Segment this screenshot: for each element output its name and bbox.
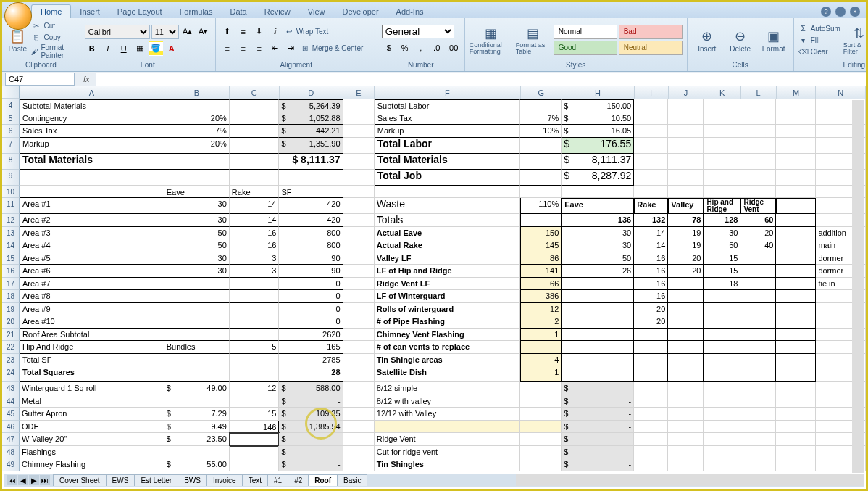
cell-B49[interactable]: $55.00 [164,458,230,471]
row-header[interactable]: 43 [2,382,20,395]
cell-J11[interactable]: Valley [668,198,704,214]
cell-E43[interactable] [343,382,375,395]
cell-G5[interactable]: 7% [520,112,562,125]
cell-L16[interactable] [740,265,776,278]
col-header[interactable]: J [669,86,704,99]
cell-L17[interactable] [740,278,776,291]
cell-H49[interactable]: $- [562,458,634,471]
cell-L9[interactable] [740,170,776,186]
cell-H5[interactable]: $10.50 [562,112,634,125]
vertical-scrollbar[interactable] [852,100,864,473]
cell-F13[interactable]: Actual Eave [375,227,521,240]
cell-C22[interactable]: 5 [230,341,280,354]
cell-F7[interactable]: Total Labor [375,138,521,154]
cell-A20[interactable]: Area #10 [20,315,164,329]
cell-B17[interactable] [164,278,230,291]
cell-H12[interactable]: 136 [562,214,634,227]
cell-M4[interactable] [776,99,816,112]
cell-K48[interactable] [704,446,740,459]
row-header[interactable]: 44 [2,395,20,408]
row-header[interactable]: 9 [2,170,20,186]
cell-L49[interactable] [740,458,776,471]
cell-K8[interactable] [704,154,740,170]
sheet-tab-text[interactable]: Text [242,474,268,486]
cell-E11[interactable] [343,198,375,214]
conditional-formatting-button[interactable]: ▦Conditional Formatting [470,25,513,55]
bold-button[interactable]: B [85,41,99,56]
cell-A8[interactable]: Total Materials [20,154,164,170]
cell-L43[interactable] [740,382,776,395]
cell-C18[interactable] [230,290,280,303]
cell-K4[interactable] [704,99,740,112]
cell-C44[interactable] [230,395,280,408]
formula-input[interactable] [96,73,866,86]
cell-B22[interactable]: Bundles [164,341,230,354]
cell-E24[interactable] [343,366,375,382]
cell-K19[interactable] [704,303,740,316]
cell-D17[interactable]: 0 [279,278,343,291]
cell-J44[interactable] [668,395,704,408]
cell-E8[interactable] [343,154,375,170]
cell-H21[interactable] [562,329,634,342]
cell-A23[interactable]: Total SF [20,354,164,367]
row-header[interactable]: 14 [2,239,20,252]
cell-I5[interactable] [634,112,668,125]
border-button[interactable]: ▦ [133,41,147,56]
cell-I14[interactable]: 14 [634,239,668,252]
cell-E47[interactable] [343,433,375,446]
cell-E14[interactable] [343,239,375,252]
format-painter-button[interactable]: 🖌Format Painter [31,44,75,59]
cell-D18[interactable]: 0 [279,290,343,303]
cell-E10[interactable] [343,186,375,199]
cell-B6[interactable]: 7% [164,125,230,138]
cell-K18[interactable] [704,290,740,303]
cell-H47[interactable]: $- [562,433,634,446]
cell-A6[interactable]: Sales Tax [20,125,164,138]
cell-K20[interactable] [704,315,740,329]
row-header[interactable]: 7 [2,138,20,154]
cell-K47[interactable] [704,433,740,446]
style-bad[interactable]: Bad [619,25,683,39]
cell-M15[interactable] [776,252,816,265]
cell-D21[interactable]: 2620 [279,329,343,342]
cell-E19[interactable] [343,303,375,316]
cell-J6[interactable] [668,125,704,138]
cell-G12[interactable] [520,214,562,227]
next-sheet-button[interactable]: ▶ [29,475,39,485]
cell-M17[interactable] [776,278,816,291]
cell-J10[interactable] [668,186,704,199]
cell-I15[interactable]: 16 [634,252,668,265]
cell-A49[interactable]: Chimney Flashing [20,458,164,471]
cell-D16[interactable]: 90 [279,265,343,278]
cell-B44[interactable] [164,395,230,408]
cell-K16[interactable]: 15 [704,265,740,278]
sort-filter-button[interactable]: ⇅Sort & Filter [843,25,868,55]
row-header[interactable]: 45 [2,408,20,421]
cell-H44[interactable]: $- [562,395,634,408]
copy-button[interactable]: ⎘Copy [31,32,75,42]
cell-G15[interactable]: 86 [520,252,562,265]
cell-M8[interactable] [776,154,816,170]
cell-C10[interactable]: Rake [230,186,280,199]
tab-addins[interactable]: Add-Ins [388,5,433,18]
cell-I13[interactable]: 14 [634,227,668,240]
cell-G47[interactable] [520,433,562,446]
cell-K9[interactable] [704,170,740,186]
increase-indent-button[interactable]: ⇥ [284,41,299,56]
col-header[interactable]: L [741,86,777,99]
cell-A44[interactable]: Metal [20,395,164,408]
cell-A11[interactable]: Area #1 [20,198,164,214]
cell-K10[interactable] [704,186,740,199]
cell-I7[interactable] [634,138,668,154]
cell-H23[interactable] [562,354,634,367]
cell-F4[interactable]: Subtotal Labor [375,99,521,112]
tab-home[interactable]: Home [31,4,71,18]
cell-L7[interactable] [740,138,776,154]
sheet-tab-est-letter[interactable]: Est Letter [134,474,178,486]
col-header[interactable]: D [280,86,343,99]
cell-I43[interactable] [634,382,668,395]
align-top-button[interactable]: ⬆ [220,25,235,39]
cell-L14[interactable]: 40 [740,239,776,252]
cell-K17[interactable]: 18 [704,278,740,291]
cell-M23[interactable] [776,354,816,367]
